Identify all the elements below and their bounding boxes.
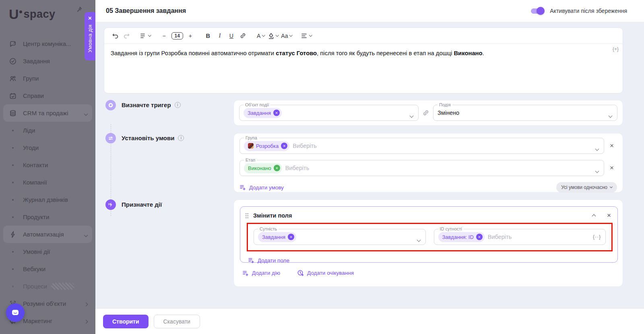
stage-field[interactable]: Етап Виконано × Виберіть — [239, 160, 604, 176]
collapse-icon[interactable] — [592, 212, 595, 219]
field-label: ID сутності — [438, 226, 464, 231]
text-case-button[interactable]: Aa — [281, 31, 292, 41]
chevron-down-icon[interactable] — [609, 112, 612, 119]
drawer-footer: Створити Скасувати — [95, 308, 644, 334]
chat-fab-button[interactable] — [6, 303, 25, 322]
actions-section: Призначте дії Змінити поля × — [104, 199, 623, 287]
sidebar-item-webhooks[interactable]: Вебхуки — [3, 260, 92, 278]
highlight-color-button[interactable] — [268, 31, 279, 41]
underline-button[interactable]: U — [227, 31, 236, 41]
bullet-dot — [8, 216, 18, 218]
create-button[interactable]: Створити — [103, 315, 149, 328]
chip-label: Розробка — [256, 143, 279, 149]
field-placeholder: Виберіть — [285, 165, 309, 171]
entity-id-field[interactable]: ID сутності Завдання: ID × Виберіть {··} — [434, 229, 606, 245]
add-lines-icon — [242, 270, 249, 276]
add-condition-link[interactable]: Додати умову — [239, 184, 284, 191]
sidebar-item-communications[interactable]: Центр комуніка... — [3, 35, 92, 52]
add-wait-link[interactable]: Додати очікування — [297, 270, 354, 276]
entity-field[interactable]: Сутність Завдання × — [254, 229, 426, 245]
link-button[interactable] — [239, 31, 248, 41]
event-field[interactable]: Подія Змінено — [433, 105, 617, 121]
chevron-down-icon — [85, 231, 87, 238]
trigger-section: Визначте тригер i Об'єкт події Завдання … — [104, 100, 623, 126]
sidebar-item-groups[interactable]: Групи — [3, 70, 92, 87]
bold-button[interactable]: B — [204, 31, 213, 41]
sidebar-item-label: Компанії — [23, 179, 87, 186]
info-icon[interactable]: i — [175, 102, 181, 108]
chip-label: Завдання — [262, 234, 285, 240]
sidebar-item-crm[interactable]: CRM та продажі — [3, 104, 92, 122]
chevron-down-icon[interactable] — [417, 236, 420, 243]
bullet-dot — [8, 251, 18, 253]
sidebar-item-products[interactable]: Продукти — [3, 208, 92, 226]
description-editor[interactable]: − 14 + B I U A Aa Завдання із групи — [104, 27, 623, 93]
conditions-step-icon — [105, 133, 116, 143]
remove-chip-icon[interactable]: × — [288, 234, 294, 240]
editor-text[interactable]: Завдання із групи Розробка повинні автом… — [104, 44, 623, 63]
sidebar: U spacy Центр комуніка... Завдання Групи — [0, 0, 95, 334]
sidebar-item-label: Розумні об'єкти — [23, 300, 82, 307]
sidebar-item-companies[interactable]: Компанії — [3, 174, 92, 191]
sidebar-item-call-log[interactable]: Журнал дзвінків — [3, 191, 92, 208]
remove-chip-icon[interactable]: × — [273, 110, 280, 116]
drawer-tab-conditional-action[interactable]: × Умовна дія — [85, 12, 95, 60]
remove-chip-icon[interactable]: × — [274, 165, 280, 171]
conditional-action-drawer: 05 Завершення завдання Активувати після … — [95, 0, 644, 334]
groups-icon — [8, 75, 18, 83]
font-size-increase-button[interactable]: + — [186, 31, 195, 41]
pin-icon[interactable] — [76, 6, 83, 13]
remove-chip-icon[interactable]: × — [281, 143, 287, 149]
field-label: Група — [244, 135, 259, 140]
close-icon[interactable]: × — [88, 15, 92, 21]
trigger-title: Визначте тригер — [122, 102, 171, 108]
variables-icon[interactable]: {··} — [593, 234, 601, 240]
group-chip: Розробка × — [244, 141, 289, 151]
page-title: 05 Завершення завдання — [106, 7, 530, 15]
entity-id-chip: Завдання: ID × — [438, 232, 485, 242]
align-button[interactable] — [301, 31, 312, 41]
sidebar-item-label: Продукти — [23, 214, 87, 220]
sidebar-item-label: Угоди — [23, 144, 87, 151]
sidebar-item-label: Ліди — [23, 127, 87, 134]
cancel-button[interactable]: Скасувати — [154, 315, 200, 328]
redo-button[interactable] — [122, 31, 131, 41]
bullet-dot — [8, 130, 18, 131]
sidebar-item-tasks[interactable]: Завдання — [3, 52, 92, 70]
chevron-down-icon[interactable] — [410, 112, 413, 119]
sidebar-item-contacts[interactable]: Контакти — [3, 156, 92, 174]
group-field[interactable]: Група Розробка × Виберіть — [239, 138, 604, 154]
sidebar-item-deals[interactable]: Угоди — [3, 139, 92, 156]
sidebar-item-automation[interactable]: Автоматизація — [3, 226, 92, 243]
actions-step-icon — [105, 199, 116, 210]
bullet-dot — [8, 147, 18, 149]
event-object-field[interactable]: Об'єкт події Завдання × — [239, 105, 419, 121]
add-field-link[interactable]: Додати поле — [248, 257, 289, 263]
sidebar-item-leads[interactable]: Ліди — [3, 122, 92, 139]
sidebar-nav: Центр комуніка... Завдання Групи Справи … — [0, 35, 95, 330]
conditions-mode-dropdown[interactable]: Усі умови одночасно — [556, 182, 617, 193]
logo-u-glyph: U — [9, 6, 18, 22]
undo-button[interactable] — [111, 31, 120, 41]
drag-handle[interactable] — [245, 213, 249, 219]
text-color-button[interactable]: A — [256, 31, 265, 41]
remove-condition-icon[interactable]: × — [607, 142, 617, 150]
insert-variable-icon[interactable]: {+} — [613, 46, 619, 52]
sidebar-item-conditional-actions[interactable]: Умовні дії — [3, 243, 92, 260]
remove-condition-icon[interactable]: × — [607, 164, 617, 172]
activate-toggle[interactable] — [530, 7, 545, 15]
line-spacing-button[interactable] — [140, 31, 151, 41]
sidebar-item-activities[interactable]: Справи — [3, 87, 92, 104]
chat-bubble-icon — [10, 308, 20, 317]
italic-button[interactable]: I — [215, 31, 224, 41]
remove-action-icon[interactable]: × — [607, 212, 611, 220]
info-icon[interactable]: i — [178, 135, 184, 141]
event-object-chip: Завдання × — [244, 108, 282, 118]
chevron-down-icon[interactable] — [596, 145, 599, 152]
chevron-down-icon[interactable] — [596, 167, 599, 174]
font-size-value[interactable]: 14 — [171, 32, 183, 39]
add-action-link[interactable]: Додати дію — [242, 270, 280, 276]
blurred-badge — [51, 283, 74, 290]
remove-chip-icon[interactable]: × — [476, 234, 483, 240]
font-size-decrease-button[interactable]: − — [160, 31, 169, 41]
